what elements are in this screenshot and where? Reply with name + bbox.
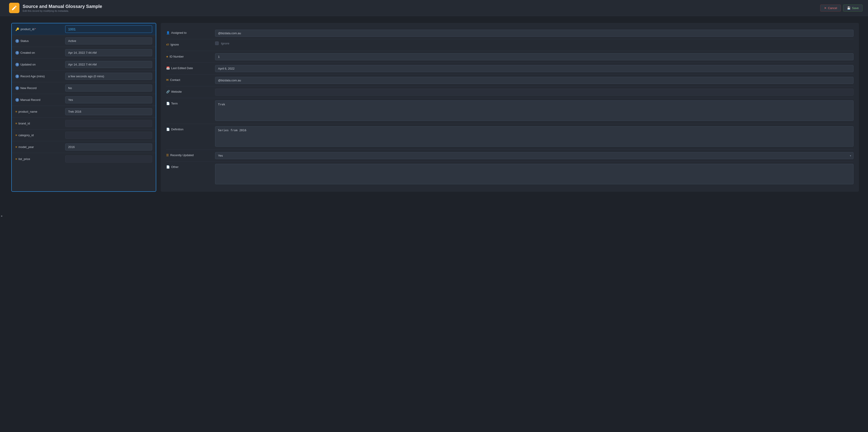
- left-field-label-model_year: ≡model_year: [16, 145, 65, 149]
- person-icon: 👤: [166, 31, 170, 34]
- left-field-row-updated_on: iUpdated on: [12, 59, 156, 70]
- info-icon: i: [16, 39, 19, 43]
- info-icon: i: [16, 98, 19, 102]
- info-icon: i: [16, 62, 19, 66]
- note-icon: 📄: [166, 165, 170, 169]
- left-field-input-product_name[interactable]: [65, 108, 152, 115]
- right-field-input-assigned_to[interactable]: [215, 30, 854, 37]
- stack-icon: ≡: [16, 110, 17, 113]
- info-icon: i: [16, 86, 19, 90]
- right-field-value-id_number: [215, 53, 854, 60]
- stack-icon: ≡: [16, 145, 17, 149]
- right-field-value-term: [215, 100, 854, 121]
- key-icon: 🔑: [16, 27, 19, 31]
- left-field-row-record_age: iRecord Age (mins): [12, 70, 156, 82]
- left-field-row-product_id: 🔑product_id*: [12, 23, 156, 35]
- right-field-value-last_edited_date: [215, 65, 854, 72]
- left-field-input-brand_id[interactable]: [65, 120, 152, 127]
- right-field-label-last_edited_date: 📅Last Edited Date: [166, 65, 212, 70]
- right-field-label-website: 🔗Website: [166, 89, 212, 93]
- right-field-input-last_edited_date[interactable]: [215, 65, 854, 72]
- right-field-row-id_number: +ID Number: [166, 51, 854, 63]
- info-icon: i: [16, 74, 19, 78]
- left-field-row-category_id: ≡category_id: [12, 129, 156, 141]
- left-field-label-record_age: iRecord Age (mins): [16, 74, 65, 78]
- right-field-row-recently_updated: ☰Recently UpdatedYesNo: [166, 150, 854, 162]
- left-field-input-status[interactable]: [65, 37, 152, 45]
- left-field-input-list_price[interactable]: [65, 155, 152, 163]
- right-field-input-id_number[interactable]: [215, 53, 854, 60]
- info-icon: i: [16, 51, 19, 55]
- left-field-input-manual_record[interactable]: [65, 96, 152, 103]
- plus-icon: +: [166, 55, 168, 58]
- right-field-textarea-definition[interactable]: [215, 126, 854, 147]
- cancel-icon: ✕: [824, 6, 827, 10]
- left-field-label-manual_record: iManual Record: [16, 98, 65, 102]
- right-field-value-contact: [215, 77, 854, 84]
- ignore-checkbox[interactable]: [215, 41, 219, 45]
- left-field-row-product_name: ≡product_name: [12, 106, 156, 118]
- left-field-row-manual_record: iManual Record: [12, 94, 156, 106]
- right-field-row-ignore: 🏷IgnoreIgnore: [166, 39, 854, 51]
- left-field-input-updated_on[interactable]: [65, 61, 152, 68]
- left-field-row-list_price: ≡list_price: [12, 153, 156, 165]
- right-panel: 👤Assigned to🏷IgnoreIgnore+ID Number📅Last…: [161, 23, 859, 192]
- right-field-row-website: 🔗Website: [166, 86, 854, 98]
- right-field-value-other: [215, 164, 854, 185]
- note-icon: 📄: [166, 102, 170, 105]
- left-field-label-product_id: 🔑product_id*: [16, 27, 65, 31]
- right-field-row-assigned_to: 👤Assigned to: [166, 27, 854, 39]
- topbar: Source and Manual Glossary Sample Edit t…: [0, 0, 868, 16]
- left-field-input-new_record[interactable]: [65, 85, 152, 92]
- left-field-row-status: iStatus: [12, 35, 156, 47]
- right-field-label-definition: 📄Definition: [166, 126, 212, 131]
- left-field-label-category_id: ≡category_id: [16, 134, 65, 137]
- right-field-label-assigned_to: 👤Assigned to: [166, 30, 212, 34]
- right-field-input-contact[interactable]: [215, 77, 854, 84]
- link-icon: 🔗: [166, 90, 170, 93]
- right-field-value-assigned_to: [215, 30, 854, 37]
- right-field-textarea-term[interactable]: [215, 100, 854, 121]
- right-field-row-last_edited_date: 📅Last Edited Date: [166, 63, 854, 75]
- left-field-label-new_record: iNew Record: [16, 86, 65, 90]
- save-button[interactable]: 💾 Save: [843, 4, 863, 11]
- right-field-label-other: 📄Other: [166, 164, 212, 169]
- left-field-input-model_year[interactable]: [65, 143, 152, 150]
- stack-icon: ≡: [16, 122, 17, 125]
- left-field-input-record_age[interactable]: [65, 73, 152, 80]
- right-field-value-definition: [215, 126, 854, 147]
- ignore-label: Ignore: [221, 42, 229, 45]
- left-field-label-created_on: iCreated on: [16, 51, 65, 55]
- left-field-label-status: iStatus: [16, 39, 65, 43]
- right-field-row-term: 📄Term: [166, 98, 854, 124]
- left-field-label-updated_on: iUpdated on: [16, 62, 65, 66]
- left-field-input-product_id[interactable]: [65, 25, 152, 33]
- left-field-label-product_name: ≡product_name: [16, 110, 65, 113]
- right-field-label-contact: ✉Contact: [166, 77, 212, 82]
- left-field-row-model_year: ≡model_year: [12, 141, 156, 153]
- left-field-row-created_on: iCreated on: [12, 47, 156, 59]
- app-icon: [9, 3, 20, 13]
- left-field-row-brand_id: ≡brand_id: [12, 118, 156, 129]
- save-icon: 💾: [847, 6, 850, 10]
- left-field-input-created_on[interactable]: [65, 49, 152, 56]
- left-field-label-list_price: ≡list_price: [16, 157, 65, 161]
- right-field-label-recently_updated: ☰Recently Updated: [166, 152, 212, 157]
- right-field-select-recently_updated[interactable]: YesNo: [215, 152, 854, 159]
- right-field-value-website: [215, 89, 854, 96]
- left-field-label-brand_id: ≡brand_id: [16, 122, 65, 125]
- right-field-input-website[interactable]: [215, 89, 854, 96]
- tag-icon: 🏷: [166, 43, 169, 46]
- envelope-icon: ✉: [166, 78, 169, 82]
- page-subtitle: Edit this record by modifying its metada…: [23, 9, 102, 12]
- right-field-row-contact: ✉Contact: [166, 75, 854, 86]
- left-field-input-category_id[interactable]: [65, 132, 152, 139]
- list-icon: ☰: [166, 153, 169, 157]
- right-field-textarea-other[interactable]: [215, 164, 854, 184]
- cancel-button[interactable]: ✕ Cancel: [820, 4, 841, 11]
- right-field-row-definition: 📄Definition: [166, 124, 854, 150]
- note-icon: 📄: [166, 127, 170, 131]
- sidebar-toggle[interactable]: »: [0, 212, 3, 220]
- left-field-row-new_record: iNew Record: [12, 82, 156, 94]
- right-field-label-term: 📄Term: [166, 100, 212, 105]
